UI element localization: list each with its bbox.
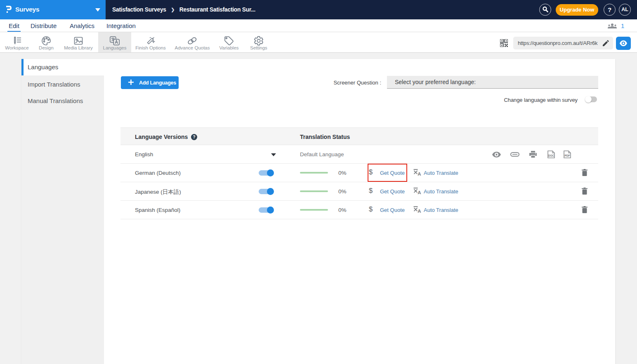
- svg-text:DOC: DOC: [548, 154, 554, 157]
- svg-text:A: A: [418, 209, 421, 213]
- svg-text:PDF: PDF: [565, 154, 570, 157]
- svg-text:?: ?: [193, 135, 196, 139]
- svg-text:A: A: [418, 171, 421, 176]
- svg-text:A: A: [418, 190, 421, 195]
